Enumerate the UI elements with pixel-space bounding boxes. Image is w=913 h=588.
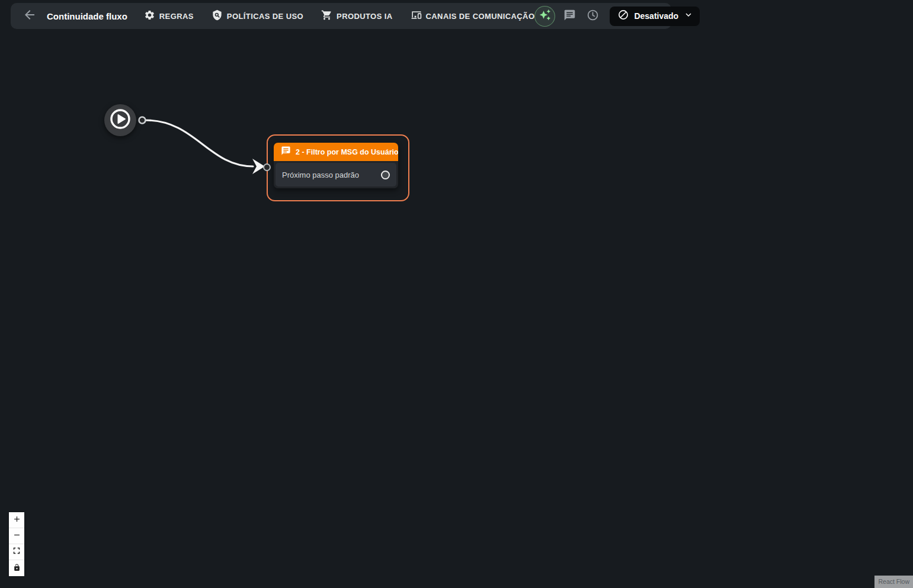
status-label: Desativado (634, 11, 678, 21)
start-node[interactable] (104, 104, 136, 136)
zoom-controls (9, 512, 24, 576)
devices-icon (411, 9, 422, 23)
nav-label: CANAIS DE COMUNICAÇÃO (426, 12, 535, 21)
ai-assist-button[interactable] (534, 6, 555, 27)
zoom-in-icon (12, 515, 21, 526)
unlock-icon (13, 563, 21, 574)
cart-icon (321, 9, 332, 23)
block-icon (617, 9, 629, 23)
fit-view-icon (12, 547, 21, 557)
zoom-out-button[interactable] (9, 528, 24, 544)
nav-label: PRODUTOS IA (337, 12, 392, 21)
toolbar-actions: Desativado (534, 6, 700, 27)
back-button[interactable] (22, 8, 37, 24)
arrow-back-icon (23, 8, 37, 24)
source-handle[interactable] (139, 117, 146, 124)
flow-node-selected[interactable]: 2 - Filtro por MSG do Usuário Próximo pa… (267, 134, 409, 201)
zoom-out-icon (12, 531, 21, 542)
nav-item-politicas-de-uso[interactable]: POLÍTICAS DE USO (212, 9, 303, 23)
edge-layer (0, 0, 913, 588)
nav-item-canais-de-comunicacao[interactable]: CANAIS DE COMUNICAÇÃO (411, 9, 535, 23)
nav-label: POLÍTICAS DE USO (227, 12, 303, 21)
node-header: 2 - Filtro por MSG do Usuário (274, 143, 398, 161)
nav-item-regras[interactable]: REGRAS (144, 9, 194, 23)
chat-icon (563, 9, 576, 24)
nav-label: REGRAS (159, 12, 194, 21)
sparkle-icon (539, 9, 551, 23)
chat-button[interactable] (560, 7, 578, 25)
node-row-label: Próximo passo padrão (282, 171, 359, 179)
node-title: 2 - Filtro por MSG do Usuário (296, 148, 398, 156)
nav-item-produtos-ia[interactable]: PRODUTOS IA (321, 9, 392, 23)
chevron-down-icon (683, 9, 694, 23)
gear-icon (144, 9, 155, 23)
history-button[interactable] (584, 7, 601, 25)
node-row-next-step[interactable]: Próximo passo padrão (275, 163, 396, 187)
page-title: Continuidade fluxo (47, 11, 127, 21)
react-flow-attribution[interactable]: React Flow (874, 576, 913, 588)
target-handle[interactable] (263, 163, 271, 171)
toolbar-nav: REGRAS POLÍTICAS DE USO PRODUTOS IA (144, 9, 535, 23)
row-source-handle[interactable] (381, 171, 390, 179)
node-body: Próximo passo padrão (274, 161, 398, 188)
play-icon (109, 108, 132, 133)
lock-button[interactable] (9, 560, 24, 576)
chat-icon (281, 146, 291, 158)
policy-icon (212, 9, 223, 23)
zoom-in-button[interactable] (9, 512, 24, 528)
toolbar: Continuidade fluxo REGRAS POLÍTICAS DE U… (11, 3, 671, 29)
fit-view-button[interactable] (9, 544, 24, 560)
edge[interactable] (146, 120, 253, 166)
status-dropdown[interactable]: Desativado (610, 7, 700, 26)
flow-canvas[interactable]: 2 - Filtro por MSG do Usuário Próximo pa… (0, 0, 913, 588)
node-card: 2 - Filtro por MSG do Usuário Próximo pa… (274, 143, 398, 188)
clock-icon (587, 9, 599, 24)
